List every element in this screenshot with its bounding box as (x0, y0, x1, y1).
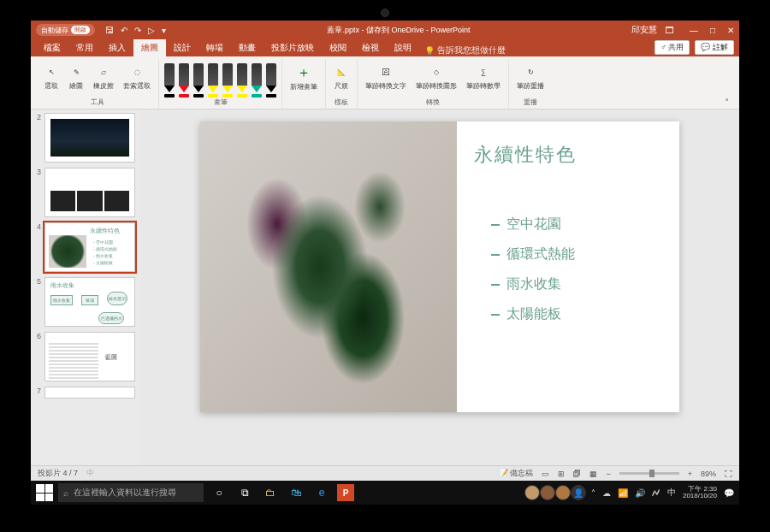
view-normal-icon[interactable]: ▭ (542, 470, 549, 478)
tab-draw[interactable]: 繪圖 (133, 39, 166, 56)
bullet-item[interactable]: 循環式熱能 (491, 245, 575, 263)
ink-to-math-button[interactable]: ∑筆跡轉數學 (464, 62, 503, 92)
maximize-icon[interactable]: □ (710, 26, 715, 35)
group-replay: ↻筆跡重播 重播 (509, 59, 552, 109)
bullet-item[interactable]: 太陽能板 (491, 305, 575, 323)
lasso-select-tool[interactable]: ◌套索選取 (121, 62, 153, 92)
start-button[interactable] (36, 484, 53, 501)
thumb-5[interactable]: 5雨水收集雨水收集幫浦綠色屋頂已過濾的水 (33, 277, 135, 327)
ink-replay-button[interactable]: ↻筆跡重播 (514, 62, 547, 92)
eraser-tool[interactable]: ▱橡皮擦 (91, 62, 116, 92)
view-slideshow-icon[interactable]: ▦ (589, 470, 597, 478)
tab-review[interactable]: 校閱 (322, 39, 354, 56)
onedrive-icon[interactable]: ☁ (602, 488, 611, 498)
view-sorter-icon[interactable]: ⊞ (558, 470, 565, 478)
cortana-icon[interactable]: ○ (209, 482, 229, 503)
tab-animations[interactable]: 動畫 (231, 39, 264, 56)
pen-1[interactable] (179, 63, 189, 92)
avatar[interactable] (540, 485, 555, 500)
ime-icon[interactable]: 中 (667, 487, 676, 499)
zoom-level[interactable]: 89% (701, 470, 716, 478)
tab-help[interactable]: 說明 (387, 39, 419, 56)
slide-bullets[interactable]: 空中花園 循環式熱能 雨水收集 太陽能板 (491, 216, 575, 323)
bullet-item[interactable]: 空中花園 (491, 216, 575, 233)
notifications-icon[interactable]: 💬 (724, 488, 734, 498)
ruler-button[interactable]: 📐尺規 (331, 62, 352, 92)
draw-label: 繪圖 (69, 81, 83, 91)
tab-slideshow[interactable]: 投影片放映 (264, 39, 322, 56)
powerpoint-icon[interactable]: P (337, 484, 354, 501)
bullet-item[interactable]: 雨水收集 (491, 275, 575, 293)
tell-me-search[interactable]: 💡 告訴我您想做什麼 (424, 44, 506, 56)
thumb-2[interactable]: 2 (33, 113, 135, 163)
add-pen-button[interactable]: ＋新增畫筆 (287, 63, 320, 93)
people-bar[interactable]: 👤 (524, 485, 586, 500)
slide-thumbnails[interactable]: 2 3 4永續性特色- 空中花園- 循環式熱能- 雨水收集- 太陽能板 5雨水收… (31, 109, 140, 465)
search-icon: ⌕ (63, 488, 68, 498)
tray-up-icon[interactable]: ˄ (591, 488, 595, 498)
close-icon[interactable]: ✕ (727, 26, 734, 35)
view-reading-icon[interactable]: 🗐 (573, 470, 581, 478)
explorer-icon[interactable]: 🗀 (260, 482, 281, 503)
tab-design[interactable]: 設計 (166, 39, 198, 56)
taskbar-clock[interactable]: 下午 2:30 2018/10/20 (683, 486, 717, 499)
task-view-icon[interactable]: ⧉ (234, 482, 255, 503)
avatar[interactable] (524, 485, 540, 500)
notes-button[interactable]: 📝 備忘稿 (499, 468, 534, 479)
user-name[interactable]: 邱安慧 (631, 24, 657, 36)
edge-icon[interactable]: e (311, 482, 332, 503)
pen-2[interactable] (193, 63, 204, 92)
thumb-3[interactable]: 3 (33, 168, 135, 217)
wifi-icon[interactable]: 📶 (618, 488, 628, 498)
minimize-icon[interactable]: — (690, 26, 698, 35)
ink-to-text-button[interactable]: 🄰筆跡轉換文字 (363, 62, 409, 92)
thumb-6[interactable]: 6藍圖 (33, 332, 135, 381)
tab-insert[interactable]: 插入 (101, 39, 133, 56)
thumb-4[interactable]: 4永續性特色- 空中花園- 循環式熱能- 雨水收集- 太陽能板 (33, 222, 135, 272)
share-button[interactable]: ♂ 共用 (654, 40, 690, 55)
battery-icon[interactable]: 🗲 (652, 488, 660, 498)
slide-counter[interactable]: 投影片 4 / 7 (38, 468, 78, 479)
zoom-slider[interactable] (619, 472, 679, 475)
collapse-ribbon-icon[interactable]: ˄ (720, 96, 734, 109)
slide-title[interactable]: 永續性特色 (474, 142, 577, 168)
pen-6[interactable] (252, 63, 262, 92)
autosave-toggle[interactable]: 自動儲存 開啟 (36, 24, 95, 36)
quick-access-toolbar: 🖫 ↶ ↷ ▷ ▾ (105, 26, 166, 35)
ink-to-shape-button[interactable]: ◇筆跡轉換圖形 (413, 62, 459, 92)
zoom-in-icon[interactable]: + (688, 470, 692, 478)
current-slide[interactable]: 永續性特色 空中花園 循環式熱能 雨水收集 太陽能板 (200, 121, 679, 412)
pen-7[interactable] (266, 63, 276, 92)
undo-icon[interactable]: ↶ (121, 26, 127, 35)
tab-file[interactable]: 檔案 (36, 39, 68, 56)
tab-view[interactable]: 檢視 (354, 39, 387, 56)
pen-0[interactable] (164, 63, 175, 92)
volume-icon[interactable]: 🔊 (635, 488, 645, 498)
save-icon[interactable]: 🖫 (105, 26, 114, 35)
ink-math-label: 筆跡轉數學 (466, 81, 500, 91)
draw-tool[interactable]: ✎繪圖 (66, 62, 86, 92)
pen-4[interactable] (222, 63, 233, 92)
pen-3[interactable] (208, 63, 218, 92)
tab-transitions[interactable]: 轉場 (198, 39, 231, 56)
fit-to-window-icon[interactable]: ⛶ (725, 470, 732, 478)
redo-icon[interactable]: ↷ (134, 26, 141, 35)
slide-canvas-area[interactable]: 永續性特色 空中花園 循環式熱能 雨水收集 太陽能板 (140, 109, 739, 465)
qat-more-icon[interactable]: ▾ (162, 26, 166, 35)
ink-text-label: 筆跡轉換文字 (365, 81, 406, 91)
thumb-7[interactable]: 7 (33, 387, 135, 399)
thumb-title: 永續性特色 (90, 227, 120, 235)
tab-home[interactable]: 常用 (68, 39, 101, 56)
store-icon[interactable]: 🛍 (286, 482, 306, 503)
taskbar-search[interactable]: ⌕ 在這裡輸入資料以進行搜尋 (58, 483, 204, 502)
people-button[interactable]: 👤 (571, 485, 586, 500)
ribbon-options-icon[interactable]: 🗖 (666, 26, 674, 35)
comments-button[interactable]: 💬 註解 (695, 40, 734, 55)
start-slideshow-icon[interactable]: ▷ (148, 26, 155, 35)
select-tool[interactable]: ↖選取 (41, 62, 62, 92)
thumb-num: 5 (33, 277, 41, 327)
pen-5[interactable] (237, 63, 247, 92)
avatar[interactable] (555, 485, 571, 500)
slide-image (200, 121, 457, 412)
zoom-out-icon[interactable]: − (606, 470, 610, 478)
